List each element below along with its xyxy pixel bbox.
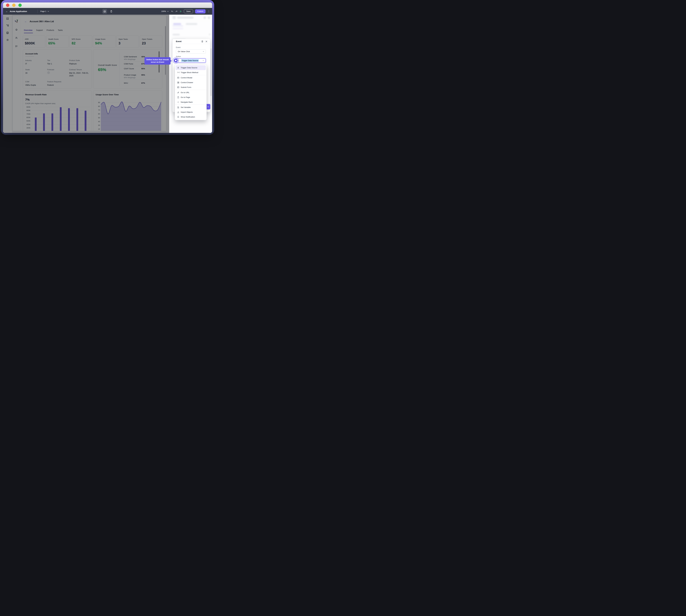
menu-item-go-to-url[interactable]: Go to URL (175, 90, 207, 95)
zoom-level-control[interactable]: 100% (161, 10, 169, 13)
minimize-window-button[interactable] (12, 4, 16, 7)
phone-icon (110, 10, 112, 13)
menu-item-import-objects[interactable]: Import Objects (175, 110, 207, 114)
lightning-icon (177, 67, 179, 69)
dim-overlay (3, 15, 169, 133)
braces-icon: {x} (177, 71, 179, 74)
link-icon (177, 91, 179, 94)
chevron-down-icon (47, 10, 49, 13)
menu-item-trigger-block-method[interactable]: {x} Trigger Block Method (175, 70, 207, 75)
pulse-highlight-ring (174, 59, 177, 62)
page-selector[interactable]: Page 1 (40, 10, 49, 13)
editor-toolbar: ← Acme Application Page 1 100% Save Publ… (3, 8, 212, 15)
zoom-level: 100% (161, 10, 166, 12)
page-icon (177, 96, 179, 98)
run-preview-icon[interactable] (179, 10, 182, 13)
action-select[interactable]: Trigger Data Source (176, 59, 206, 63)
chevron-down-icon (167, 10, 169, 13)
zoom-window-button[interactable] (18, 4, 22, 7)
menu-item-go-to-page[interactable]: Go to Page (175, 95, 207, 100)
menu-item-submit-form[interactable]: Submit Form (175, 85, 207, 90)
onboarding-tooltip: Define Action that should occur on Event (145, 57, 171, 65)
menu-item-control-drawer[interactable]: Control Drawer (175, 80, 207, 85)
app-window: ← Acme Application Page 1 100% Save Publ… (3, 2, 212, 133)
variable-file-icon (177, 106, 179, 108)
publish-button[interactable]: Publish (195, 9, 206, 14)
chevron-left-icon (177, 101, 179, 103)
menu-item-control-modal[interactable]: Control Modal (175, 75, 207, 80)
selected-action-text: Trigger Data Source (181, 59, 199, 62)
window-titlebar (3, 2, 212, 8)
panel-scrollbar[interactable] (211, 48, 211, 96)
desktop-view-button[interactable] (102, 9, 107, 14)
action-field-label: Action (176, 56, 181, 58)
menu-item-trigger-data-source[interactable]: Trigger Data Source (176, 65, 206, 70)
chevron-down-icon (202, 51, 204, 52)
close-window-button[interactable] (6, 4, 9, 7)
popover-header: Event (173, 39, 210, 44)
download-icon (177, 111, 179, 113)
menu-item-navigate-back[interactable]: Navigate Back (175, 100, 207, 105)
menu-item-show-notification[interactable]: Show Notification (175, 114, 207, 119)
menu-divider (175, 90, 207, 90)
redo-icon[interactable] (175, 10, 177, 13)
form-icon (177, 86, 179, 88)
app-title: Acme Application (10, 10, 27, 13)
chevron-down-icon (202, 60, 204, 62)
undo-icon[interactable] (171, 10, 173, 13)
trash-icon[interactable] (201, 40, 203, 43)
bell-icon (177, 116, 179, 118)
action-dropdown-menu: Trigger Data Source {x} Trigger Block Me… (175, 64, 207, 120)
save-button[interactable]: Save (184, 9, 193, 13)
drawer-icon (177, 82, 179, 84)
back-arrow-icon[interactable]: ← (5, 10, 8, 13)
close-icon[interactable] (205, 40, 208, 43)
more-options-icon[interactable]: ⋮ (208, 10, 210, 13)
laptop-icon (104, 10, 106, 13)
event-field-label: Event (176, 46, 180, 48)
menu-divider (175, 105, 207, 105)
mobile-view-button[interactable] (109, 9, 114, 14)
event-select[interactable]: On Value Click (176, 49, 206, 53)
menu-item-set-variable[interactable]: Set Variable (175, 105, 207, 110)
modal-icon (177, 76, 179, 79)
